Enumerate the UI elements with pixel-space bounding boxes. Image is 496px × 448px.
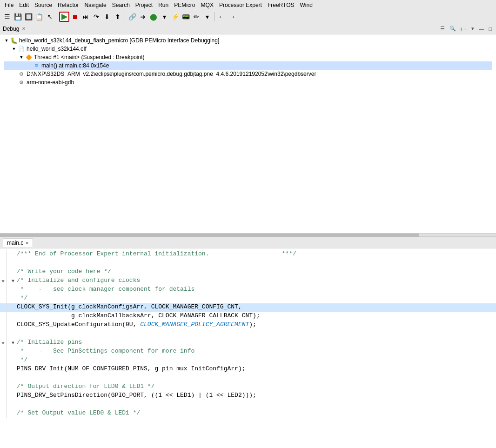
debug-ctrl-maximize[interactable]: □	[487, 26, 493, 32]
debug-panel-title: Debug ✕	[3, 26, 27, 32]
menu-search[interactable]: Search	[109, 1, 133, 9]
line-gutter-1	[0, 250, 7, 259]
toolbar-group-debug: ▶ ⏹ ⏭ ↷ ⬇ ⬆	[59, 12, 123, 22]
debug-ctrl-search[interactable]: 🔍	[448, 25, 457, 32]
toolbar-resume-btn[interactable]: ⏭	[80, 12, 91, 22]
toolbar-cursor-btn[interactable]: ↖	[45, 12, 55, 22]
menu-navigate[interactable]: Navigate	[81, 1, 109, 9]
code-line-6: CLOCK_SYS_Init(g_clockManConfigsArr, CLO…	[0, 303, 496, 312]
toolbar-back-btn[interactable]: ←	[216, 12, 227, 22]
toolbar-save-btn[interactable]: 💾	[13, 12, 23, 22]
menu-pemicro[interactable]: PEMicro	[171, 1, 198, 9]
thread-item[interactable]: ▼ 🔶 Thread #1 <main> (Suspended : Breakp…	[4, 53, 492, 61]
toolbar-step-over-btn[interactable]: ↷	[91, 12, 101, 22]
clock-policy-link[interactable]: CLOCK_MANAGER_POLICY_AGREEMENT	[140, 321, 249, 328]
collapse-b1	[10, 259, 16, 268]
line-gutter-12	[0, 365, 7, 374]
toolbar-step-into-btn[interactable]: ⬇	[102, 12, 112, 22]
code-text-14: PINS_DRV_SetPinsDirection(GPIO_PORT, ((1…	[17, 392, 256, 401]
line-gutter-b1	[0, 259, 7, 268]
code-text-15: /* Set Output value LED0 & LED1 */	[17, 409, 140, 418]
toolbar-group-file: ☰ 💾 🔲 📋 ↖	[2, 12, 55, 22]
session-icon: 🐛	[10, 37, 18, 44]
code-text-2: /* Write your code here */	[17, 268, 111, 277]
debug-tab-close[interactable]: ✕	[21, 26, 27, 32]
elf-item[interactable]: ▼ 📄 hello_world_s32k144.elf	[4, 45, 492, 53]
collapse-9[interactable]: ▼	[10, 339, 16, 348]
menu-refactor[interactable]: Refactor	[55, 1, 81, 9]
toolbar-pen-btn[interactable]: ✏	[191, 12, 201, 22]
code-text-3: /* Initialize and configure clocks	[17, 277, 140, 286]
line-gutter-8	[0, 321, 7, 330]
elf-arrow: ▼	[11, 46, 17, 52]
menu-processor-expert[interactable]: Processor Expert	[216, 1, 265, 9]
menu-bar: File Edit Source Refactor Navigate Searc…	[0, 0, 496, 10]
menu-source[interactable]: Source	[32, 1, 55, 9]
collapse-7	[10, 312, 16, 321]
code-line-blank-3	[0, 374, 496, 383]
menu-project[interactable]: Project	[133, 1, 155, 9]
debug-session-item[interactable]: ▼ 🐛 hello_world_s32k144_debug_flash_pemi…	[4, 36, 492, 45]
code-text-12: PINS_DRV_Init(NUM_OF_CONFIGURED_PINS, g_…	[17, 365, 245, 374]
toolbar-properties-btn[interactable]: 🔲	[23, 12, 34, 22]
toolbar-config-btn[interactable]: 📋	[34, 12, 44, 22]
gdb-arrow	[11, 80, 17, 85]
collapse-11	[10, 356, 16, 365]
gdb-icon: ⚙	[18, 79, 25, 86]
session-text: hello_world_s32k144_debug_flash_pemicro …	[19, 37, 219, 44]
toolbar-step-ret-btn[interactable]: ⬆	[113, 12, 123, 22]
toolbar-flash2-btn[interactable]: 📟	[181, 12, 191, 22]
debug-ctrl-info[interactable]: i→	[459, 26, 468, 32]
collapse-13	[10, 383, 16, 392]
toolbar-flash-btn[interactable]: ⚡	[170, 12, 180, 22]
toolbar-new-btn[interactable]: ☰	[2, 12, 12, 22]
gdb-text: arm-none-eabi-gdb	[27, 79, 74, 86]
thread-icon: 🔶	[25, 53, 33, 61]
menu-edit[interactable]: Edit	[16, 1, 32, 9]
code-text-9: /* Initialize pins	[17, 339, 82, 348]
toolbar-stop-btn[interactable]: ⏹	[70, 12, 80, 22]
debug-panel-scrollbar[interactable]	[0, 233, 496, 237]
tab-close-btn[interactable]: ✕	[25, 241, 29, 246]
code-text-1: /*** End of Processor Expert internal in…	[17, 250, 296, 259]
collapse-b3	[10, 374, 16, 383]
toolbar-dropdown-btn[interactable]: ▾	[159, 12, 169, 22]
debug-ctrl-dropdown[interactable]: ▾	[470, 25, 476, 32]
collapse-1	[10, 250, 16, 259]
code-editor[interactable]: /*** End of Processor Expert internal in…	[0, 248, 496, 448]
menu-wind[interactable]: Wind	[297, 1, 315, 9]
toolbar-target-btn[interactable]: ⬤	[148, 12, 159, 22]
collapse-3[interactable]: ▼	[10, 277, 16, 286]
menu-freertos[interactable]: FreeRTOS	[265, 1, 297, 9]
code-line-1: /*** End of Processor Expert internal in…	[0, 250, 496, 259]
session-arrow: ▼	[4, 38, 9, 43]
collapse-4	[10, 286, 16, 294]
toolbar-forward-btn[interactable]: →	[227, 12, 237, 22]
debug-tree: ▼ 🐛 hello_world_s32k144_debug_flash_pemi…	[0, 34, 496, 233]
frame-text: main() at main.c:84 0x154e	[41, 62, 109, 69]
menu-mqx[interactable]: MQX	[198, 1, 216, 9]
toolbar-connect-btn[interactable]: 🔗	[127, 12, 137, 22]
main-c-tab[interactable]: main.c ✕	[3, 238, 33, 247]
gdb-item[interactable]: ⚙ arm-none-eabi-gdb	[4, 78, 492, 87]
run-debug-button[interactable]: ▶	[59, 12, 69, 22]
line-gutter-4	[0, 286, 7, 294]
gdbserver-item[interactable]: ⚙ D:\NXP\S32DS_ARM_v2.2\eclipse\plugins\…	[4, 70, 492, 78]
line-gutter-b2	[0, 330, 7, 339]
code-text-10: * - See PinSettings component for more i…	[17, 348, 194, 356]
scrollbar-thumb	[0, 234, 419, 237]
toolbar: ☰ 💾 🔲 📋 ↖ ▶ ⏹ ⏭ ↷ ⬇ ⬆ 🔗 ➜ ⬤ ▾ ⚡ 📟 ✏ ▾ ← …	[0, 10, 496, 23]
toolbar-arrow-btn[interactable]: ➜	[138, 12, 148, 22]
toolbar-dropdown2-btn[interactable]: ▾	[202, 12, 212, 22]
main-container: Debug ✕ ☰ 🔍 i→ ▾ — □ ▼ 🐛 hello_world_s32…	[0, 23, 496, 448]
debug-ctrl-menu[interactable]: ☰	[439, 25, 446, 32]
menu-run[interactable]: Run	[155, 1, 171, 9]
code-line-7: g_clockManCallbacksArr, CLOCK_MANAGER_CA…	[0, 312, 496, 321]
frame-item[interactable]: ≡ main() at main.c:84 0x154e	[4, 61, 492, 70]
menu-file[interactable]: File	[2, 1, 16, 9]
elf-icon: 📄	[18, 45, 25, 53]
debug-ctrl-minimize[interactable]: —	[477, 26, 485, 32]
code-text-b4	[17, 401, 20, 409]
gdbserver-icon: ⚙	[18, 70, 25, 78]
code-line-4: * - see clock manager component for deta…	[0, 286, 496, 294]
